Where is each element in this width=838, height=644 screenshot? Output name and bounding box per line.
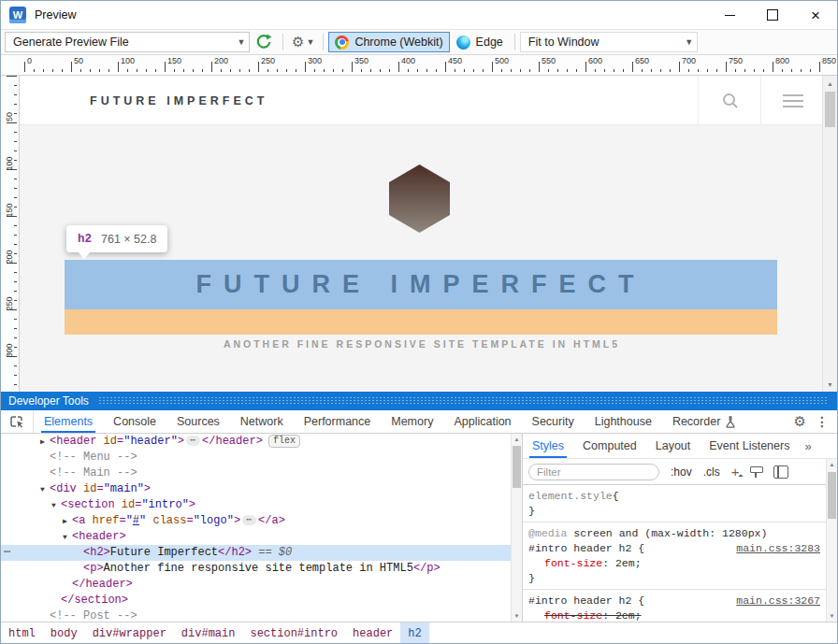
devtools-tab-memory[interactable]: Memory <box>381 410 443 433</box>
ruler-label: 300 <box>5 341 14 360</box>
preview-viewport: FUTURE IMPERFECT FUTURE IMPERFECT ANOTHE… <box>1 76 837 392</box>
ruler-tick <box>632 62 633 72</box>
devtools-tab-network[interactable]: Network <box>230 410 294 433</box>
styles-filter-input[interactable] <box>528 464 659 480</box>
dom-tree-row[interactable]: ▼<section id="intro"> <box>1 497 511 513</box>
breadcrumb-h2[interactable]: h2 <box>400 623 428 644</box>
gear-icon[interactable]: ⚙ <box>292 34 304 50</box>
ruler-tick <box>557 69 558 72</box>
expand-arrow-right-icon[interactable]: ▶ <box>40 434 50 450</box>
dom-tree-row[interactable]: ▶<header id="header">⋯</header>flex <box>1 434 511 450</box>
breadcrumb-div-main[interactable]: div#main <box>174 623 243 644</box>
ruler-tick <box>473 69 474 72</box>
toggle-class-button[interactable]: .cls <box>703 465 720 479</box>
dom-tag: <section <box>61 498 122 511</box>
site-menu-button[interactable] <box>760 76 825 125</box>
devtools-tab-sources[interactable]: Sources <box>166 410 230 433</box>
gear-dropdown-arrow-icon[interactable]: ▼ <box>306 37 314 47</box>
dom-tree-row[interactable]: <!-- Post --> <box>1 608 511 622</box>
expand-arrow-down-icon[interactable]: ▼ <box>51 497 61 513</box>
dom-tree-scrollbar[interactable]: ▲ ▼ <box>511 434 522 622</box>
breadcrumb-body[interactable]: body <box>43 623 85 644</box>
dom-tree-row[interactable]: ▼<div id="main"> <box>1 481 511 497</box>
devtools-tab-security[interactable]: Security <box>522 410 585 433</box>
breadcrumb-section-intro[interactable]: section#intro <box>242 623 345 644</box>
stylesheet-link[interactable]: main.css:3267 <box>729 594 820 608</box>
site-logo-hexagon[interactable] <box>389 165 450 233</box>
dom-tree-row[interactable]: <!-- Menu --> <box>1 450 511 465</box>
sidebar-tab-event-listeners[interactable]: Event Listeners <box>700 434 799 458</box>
close-button[interactable]: × <box>794 1 837 29</box>
dom-tree-row[interactable]: <!-- Main --> <box>1 465 511 481</box>
devtools-tab-lighthouse[interactable]: Lighthouse <box>585 410 662 433</box>
generate-preview-select[interactable]: Generate Preview File ▼ <box>5 32 250 52</box>
scroll-up-icon[interactable]: ▲ <box>512 434 522 445</box>
ruler-label: 650 <box>635 56 649 65</box>
dom-tag: </header> <box>202 435 263 448</box>
css-property[interactable]: font-size: 2em; <box>528 556 820 571</box>
scroll-down-icon[interactable]: ▼ <box>512 610 522 622</box>
kebab-menu-icon[interactable]: ⋮ <box>814 414 837 429</box>
css-property[interactable]: font-size: 2em; <box>528 608 820 622</box>
styles-scrollbar[interactable]: ▲ ▼ <box>826 459 837 622</box>
sidebar-tab-styles[interactable]: Styles <box>523 434 573 458</box>
scrollbar-thumb[interactable] <box>828 472 836 519</box>
refresh-icon[interactable] <box>255 34 272 50</box>
breadcrumb-div-wrapper[interactable]: div#wrapper <box>85 623 174 644</box>
dom-pun: = <box>96 482 103 495</box>
inspect-element-button[interactable] <box>1 410 34 433</box>
ruler-tick <box>754 69 755 72</box>
dom-tree-row[interactable]: </section> <box>1 593 511 608</box>
expand-arrow-down-icon[interactable]: ▼ <box>63 529 72 545</box>
dom-tree-row[interactable]: ▼<header> <box>1 529 511 545</box>
minimize-button[interactable] <box>708 1 751 29</box>
devtools-tab-console[interactable]: Console <box>103 410 166 433</box>
row-menu-dots[interactable]: ⋯ <box>4 545 11 561</box>
chrome-webkit-button[interactable]: Chrome (Webkit) <box>328 32 449 52</box>
rule-selector-line: #intro header h2 {main.css:3267 <box>528 594 820 608</box>
paint-roller-icon[interactable] <box>750 465 762 478</box>
chrome-icon <box>335 36 349 50</box>
inline-expand-dots[interactable]: ⋯ <box>242 515 256 525</box>
devtools-tab-elements[interactable]: Elements <box>34 410 103 433</box>
sidebar-tab-computed[interactable]: Computed <box>573 434 646 458</box>
devtools-tab-application[interactable]: Application <box>443 410 521 433</box>
tab-label: Recorder <box>672 415 720 428</box>
site-search-button[interactable] <box>698 76 761 125</box>
stylesheet-link[interactable]: main.css:3283 <box>729 541 820 556</box>
scrollbar-thumb[interactable] <box>825 92 835 127</box>
preview-scrollbar[interactable]: ▲ ▼ <box>822 76 837 392</box>
dom-attr: class <box>152 514 186 527</box>
devtools-tab-performance[interactable]: Performance <box>294 410 382 433</box>
edge-button[interactable]: Edge <box>450 32 510 52</box>
dom-attr: id <box>122 498 135 511</box>
dom-tree-row[interactable]: <p>Another fine responsive site template… <box>1 561 511 577</box>
settings-gear-icon[interactable]: ⚙ <box>787 413 814 430</box>
more-tabs-chevron-icon[interactable]: » <box>799 434 816 458</box>
devtools-title-bar[interactable]: Developer Tools <box>1 392 837 410</box>
flex-badge[interactable]: flex <box>268 435 300 448</box>
maximize-button[interactable] <box>751 1 794 29</box>
scroll-down-icon[interactable]: ▼ <box>823 377 837 392</box>
site-logo-text[interactable]: FUTURE IMPERFECT <box>90 76 267 125</box>
sidebar-tab-layout[interactable]: Layout <box>646 434 701 458</box>
expand-arrow-down-icon[interactable]: ▼ <box>40 481 50 497</box>
scroll-down-icon[interactable]: ▼ <box>827 610 837 622</box>
breadcrumb-header[interactable]: header <box>345 623 400 644</box>
zoom-select[interactable]: Fit to Window ▼ <box>520 32 698 52</box>
dom-tree-row[interactable]: ⋯<h2>Future Imperfect</h2> == $0 <box>1 545 511 561</box>
ruler-label: 450 <box>448 56 462 65</box>
scrollbar-thumb[interactable] <box>513 446 521 488</box>
breadcrumb-html[interactable]: html <box>1 623 43 644</box>
sidebar-layout-icon[interactable] <box>773 465 788 479</box>
new-style-rule-button[interactable]: + <box>731 464 740 479</box>
dom-val: "logo" <box>194 514 234 527</box>
dom-tree-row[interactable]: </header> <box>1 577 511 593</box>
devtools-tab-recorder[interactable]: Recorder <box>662 410 746 433</box>
toggle-hover-state-button[interactable]: :hov <box>671 465 692 479</box>
inline-expand-dots[interactable]: ⋯ <box>186 436 200 446</box>
scroll-up-icon[interactable]: ▲ <box>827 459 837 470</box>
scroll-up-icon[interactable]: ▲ <box>823 76 837 91</box>
expand-arrow-right-icon[interactable]: ▶ <box>63 513 72 529</box>
dom-tree-row[interactable]: ▶<a href="#" class="logo">⋯</a> <box>1 513 511 529</box>
